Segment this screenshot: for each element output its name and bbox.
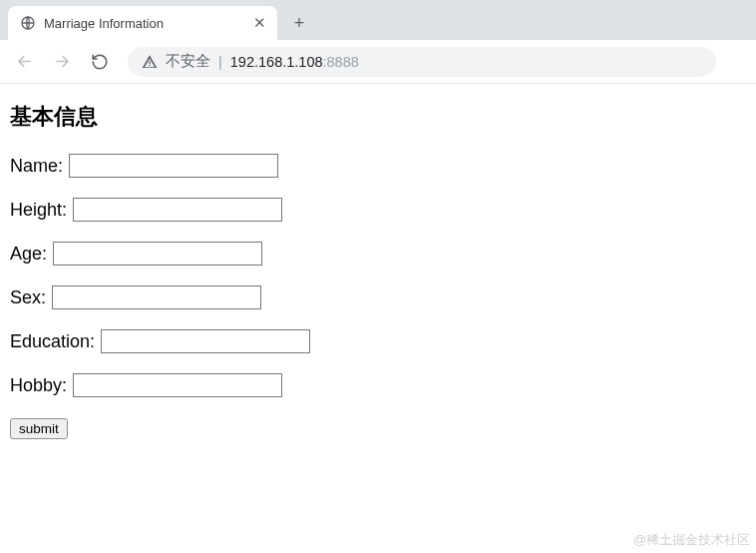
input-hobby[interactable] [73, 373, 282, 397]
close-icon[interactable]: ✕ [251, 15, 267, 31]
label-age: Age: [10, 244, 47, 265]
field-height: Height: [10, 198, 746, 222]
warning-icon [142, 54, 158, 70]
field-age: Age: [10, 242, 746, 266]
tab-bar: Marriage Information ✕ + [0, 0, 756, 40]
tab-title: Marriage Information [44, 16, 243, 31]
back-button[interactable] [8, 46, 40, 78]
field-hobby: Hobby: [10, 373, 746, 397]
input-sex[interactable] [52, 285, 261, 309]
input-age[interactable] [53, 242, 262, 266]
page-heading: 基本信息 [10, 102, 746, 132]
browser-chrome: Marriage Information ✕ + 不安全 | 192.168.1… [0, 0, 756, 84]
input-name[interactable] [69, 154, 278, 178]
label-sex: Sex: [10, 287, 46, 308]
browser-toolbar: 不安全 | 192.168.1.108:8888 [0, 40, 756, 84]
field-name: Name: [10, 154, 746, 178]
globe-icon [20, 15, 36, 31]
field-education: Education: [10, 329, 746, 353]
security-text: 不安全 [166, 52, 210, 71]
forward-button[interactable] [46, 46, 78, 78]
watermark: @稀土掘金技术社区 [633, 531, 750, 549]
input-education[interactable] [101, 329, 310, 353]
address-bar[interactable]: 不安全 | 192.168.1.108:8888 [128, 47, 716, 77]
label-height: Height: [10, 200, 67, 221]
submit-button[interactable]: submit [10, 418, 68, 439]
label-name: Name: [10, 156, 63, 177]
input-height[interactable] [73, 198, 282, 222]
url: 192.168.1.108:8888 [230, 54, 359, 70]
new-tab-button[interactable]: + [285, 9, 313, 37]
divider: | [218, 54, 222, 70]
field-sex: Sex: [10, 285, 746, 309]
label-hobby: Hobby: [10, 375, 67, 396]
browser-tab[interactable]: Marriage Information ✕ [8, 6, 277, 40]
page-content: 基本信息 Name: Height: Age: Sex: Education: … [0, 84, 756, 457]
url-host: 192.168.1.108 [230, 54, 323, 70]
url-port: :8888 [323, 54, 359, 70]
label-education: Education: [10, 331, 95, 352]
reload-button[interactable] [84, 46, 116, 78]
